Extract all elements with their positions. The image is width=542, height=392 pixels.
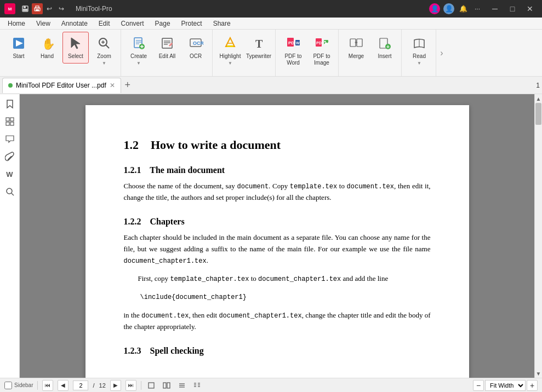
menu-home[interactable]: Home: [2, 18, 31, 29]
menu-edit[interactable]: Edit: [93, 18, 116, 29]
add-tab-button[interactable]: +: [121, 79, 134, 92]
minimize-button[interactable]: ─: [487, 3, 503, 14]
ribbon-typewriter-button[interactable]: T Typewriter: [246, 32, 272, 64]
sidebar-comments-icon[interactable]: [2, 131, 18, 147]
tab-close-button[interactable]: ✕: [110, 82, 115, 89]
print-action[interactable]: [32, 3, 43, 14]
main-area: W 1.2 How to write a document 1.2.1 The …: [0, 94, 542, 378]
page-last-button[interactable]: ⏭: [125, 380, 136, 391]
ribbon-edit-items: Create ▼ Edit All OCR OCR: [125, 32, 209, 75]
tab-page-number: 1: [536, 82, 540, 89]
sidebar-checkbox[interactable]: [4, 382, 12, 389]
svg-text:+: +: [386, 44, 390, 50]
page-next-button[interactable]: ▶: [110, 380, 121, 391]
menu-bar: Home View Annotate Edit Convert Page Pro…: [0, 18, 542, 30]
ribbon-insert-button[interactable]: + Insert: [372, 32, 398, 64]
code-block-1: \include{document_chapter1}: [140, 293, 431, 301]
select-label: Select: [68, 53, 83, 60]
svg-text:✋: ✋: [42, 37, 55, 50]
merge-label: Merge: [349, 53, 364, 60]
menu-share[interactable]: Share: [208, 18, 236, 29]
typewriter-icon: T: [250, 34, 267, 52]
zoom-mode-select[interactable]: Fit Width Fit Page 50% 75% 100% 125% 150…: [485, 380, 526, 391]
view-two-scroll-button[interactable]: [192, 380, 203, 391]
svg-line-55: [12, 193, 14, 195]
subsection-2-para-1: Each chapter should be included in the m…: [124, 232, 431, 267]
ribbon-read-button[interactable]: Read ▼: [406, 32, 432, 67]
create-label: Create: [130, 53, 147, 60]
document-tab[interactable]: MiniTool PDF Editor User ...pdf ✕: [2, 78, 121, 93]
menu-page[interactable]: Page: [150, 18, 176, 29]
undo-redo: ↩ ↪: [44, 3, 67, 14]
notification-button[interactable]: 🔔: [458, 3, 469, 14]
svg-text:W: W: [296, 41, 300, 45]
subsection-1-para-1: Choose the name of the document, say doc…: [124, 181, 431, 204]
sidebar-toggle[interactable]: Sidebar: [4, 382, 33, 389]
scroll-up-button[interactable]: ▲: [535, 94, 542, 103]
ribbon-hand-button[interactable]: ✋ Hand: [34, 32, 60, 64]
ribbon-group-edit: Create ▼ Edit All OCR OCR: [122, 30, 213, 76]
view-two-page-button[interactable]: [161, 380, 172, 391]
sidebar-thumbnails-icon[interactable]: [2, 114, 18, 129]
insert-label: Insert: [378, 53, 391, 60]
menu-protect[interactable]: Protect: [176, 18, 208, 29]
ribbon-merge-button[interactable]: + Merge: [343, 32, 369, 64]
menu-view[interactable]: View: [31, 18, 56, 29]
scroll-thumb[interactable]: [535, 103, 541, 125]
ribbon-zoom-button[interactable]: Zoom ▼: [91, 32, 117, 67]
ocr-label: OCR: [190, 53, 202, 60]
user-button[interactable]: 👤: [443, 3, 454, 14]
ribbon-group-convert: PDF→W PDF to Word PDF→ PDF to Image: [277, 30, 339, 76]
sidebar-bookmarks-icon[interactable]: [2, 96, 18, 112]
ribbon-start-button[interactable]: Start: [5, 32, 32, 64]
redo-button[interactable]: ↪: [56, 3, 67, 14]
app-logo: M: [4, 3, 15, 14]
ribbon-expand-button[interactable]: ›: [437, 48, 446, 58]
select-icon: [67, 34, 84, 52]
svg-rect-4: [23, 9, 27, 11]
pdf-page: 1.2 How to write a document 1.2.1 The ma…: [85, 105, 469, 378]
status-sep-1: [37, 381, 38, 390]
scroll-down-button[interactable]: ▼: [535, 369, 542, 378]
ribbon-ocr-button[interactable]: OCR OCR: [182, 32, 209, 64]
svg-text:OCR: OCR: [193, 41, 203, 46]
more-button[interactable]: ···: [472, 3, 483, 14]
sidebar-attachments-icon[interactable]: [2, 149, 18, 164]
page-current-input[interactable]: [73, 381, 88, 390]
page-prev-button[interactable]: ◀: [58, 380, 69, 391]
ribbon-annotate-items: Highlight ▼ T Typewriter: [217, 32, 272, 75]
read-icon: [410, 34, 428, 52]
start-icon: [10, 34, 27, 52]
svg-rect-23: [162, 38, 172, 48]
ribbon-create-button[interactable]: Create ▼: [125, 32, 152, 67]
svg-rect-57: [163, 383, 166, 388]
hand-label: Hand: [41, 53, 54, 60]
ribbon-select-button[interactable]: Select: [62, 32, 89, 64]
svg-marker-11: [71, 38, 80, 49]
page-first-button[interactable]: ⏮: [42, 380, 53, 391]
save-action[interactable]: [20, 3, 31, 14]
zoom-out-button[interactable]: −: [473, 380, 484, 391]
ribbon-group-view: Read ▼: [403, 30, 436, 76]
svg-rect-7: [36, 9, 39, 11]
svg-text:+: +: [355, 39, 358, 45]
svg-point-41: [324, 41, 326, 43]
menu-convert[interactable]: Convert: [116, 18, 150, 29]
vertical-scrollbar[interactable]: ▲ ▼: [534, 94, 542, 378]
view-scroll-button[interactable]: [176, 380, 187, 391]
ribbon-editall-button[interactable]: Edit All: [154, 32, 180, 64]
profile-button[interactable]: 👤: [429, 3, 440, 14]
ribbon-highlight-button[interactable]: Highlight ▼: [217, 32, 243, 67]
maximize-button[interactable]: □: [505, 3, 520, 14]
sidebar-fields-icon[interactable]: W: [2, 166, 18, 182]
view-single-button[interactable]: [146, 380, 157, 391]
content-area[interactable]: 1.2 How to write a document 1.2.1 The ma…: [20, 94, 534, 378]
menu-annotate[interactable]: Annotate: [56, 18, 93, 29]
ribbon-pdf-to-word-button[interactable]: PDF→W PDF to Word: [280, 32, 306, 68]
quick-actions: ↩ ↪: [20, 3, 67, 14]
undo-button[interactable]: ↩: [44, 3, 55, 14]
close-button[interactable]: ✕: [522, 3, 538, 14]
ribbon-pdf-to-image-button[interactable]: PDF→ PDF to Image: [309, 32, 335, 68]
zoom-in-button[interactable]: +: [527, 380, 538, 391]
sidebar-search-icon[interactable]: [2, 184, 18, 199]
